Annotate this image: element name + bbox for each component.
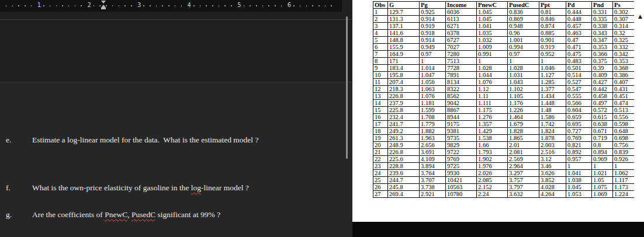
table-cell: 3.12 (539, 156, 566, 163)
table-cell: 1.063 (420, 86, 446, 93)
table-cell: 1.045 (477, 9, 508, 16)
table-cell: 0.918 (420, 30, 446, 37)
table-cell: 0.957 (566, 156, 592, 163)
table-header-cell: Pg (420, 2, 446, 9)
table-row: 16232.41.70889441.2761.4641.5860.6590.61… (373, 114, 635, 121)
table-cell: 1.173 (613, 184, 635, 191)
table-cell: 129.7 (388, 9, 420, 16)
table-row: 3137.10.91962711.0410.9480.8740.4570.338… (373, 23, 635, 30)
scrollbar-thumb[interactable] (346, 16, 348, 159)
first-line-indent-icon[interactable] (101, 1, 106, 4)
table-cell: 21 (373, 149, 388, 156)
table-cell: 1.111 (477, 100, 508, 107)
table-cell: 0.991 (477, 51, 508, 58)
table-cell: 1.031 (508, 72, 539, 79)
ruler-number: 1 (36, 2, 43, 8)
table-cell: 1.075 (592, 184, 613, 191)
table-row: 13226.81.07685621.111.1051.4340.5550.458… (373, 93, 635, 100)
table-cell: 0.97 (508, 51, 539, 58)
table-cell: 1.448 (539, 100, 566, 107)
table-cell: 1.878 (539, 135, 566, 142)
table-cell: 1.05 (592, 177, 613, 184)
table-cell: 9042 (446, 100, 477, 107)
table-row: 4141.60.91863781.0350.960.8850.4630.3430… (373, 30, 635, 37)
table-cell: 0.846 (539, 16, 566, 23)
table-cell: 6727 (446, 37, 477, 44)
indent-marker-icon[interactable] (101, 1, 106, 11)
table-cell: 148.8 (388, 37, 420, 44)
gasoline-data-table: ObsGPgIncomePnewCPusedCPptPdPndPs 1129.7… (373, 1, 635, 198)
table-cell: 0.471 (566, 44, 592, 51)
table-cell: 1.464 (508, 114, 539, 121)
table-cell: 0.572 (592, 107, 613, 114)
table-cell: 3.297 (508, 170, 539, 177)
table-cell: 248.9 (388, 142, 420, 149)
table-cell: 3 (373, 23, 388, 30)
table-cell: 1.882 (420, 128, 446, 135)
table-cell: 2.24 (477, 191, 508, 198)
table-cell: 0.8 (592, 142, 613, 149)
table-cell: 2.152 (477, 184, 508, 191)
table-cell: 1.076 (477, 79, 508, 86)
table-cell: 155.9 (388, 44, 420, 51)
list-item-label: f. (6, 183, 32, 193)
table-cell: 0.353 (613, 58, 635, 65)
table-cell: 1 (613, 163, 635, 170)
scroll-up-arrow[interactable]: ▲ (638, 13, 642, 19)
table-cell: 1.976 (477, 163, 508, 170)
table-cell: 5 (373, 37, 388, 44)
table-cell: 0.926 (613, 156, 635, 163)
table-cell: 8322 (446, 86, 477, 93)
list-item-text: Are the coefficients of PnewC, PusedC si… (32, 210, 220, 219)
table-cell: 2.026 (477, 170, 508, 177)
table-cell: 1.053 (566, 191, 592, 198)
table-cell: 1.041 (566, 170, 592, 177)
table-cell: 0.513 (613, 107, 635, 114)
table-cell: 1 (566, 163, 592, 170)
table-cell: 0.81 (539, 9, 566, 16)
table-cell: 11 (373, 79, 388, 86)
table-head-row: ObsGPgIncomePnewCPusedCPptPdPndPs (373, 2, 635, 9)
table-row: 24239.63.76499302.0263.2973.6261.0411.02… (373, 170, 635, 177)
table-cell: 249.2 (388, 128, 420, 135)
table-cell: 20 (373, 142, 388, 149)
table-cell: 6378 (446, 30, 477, 37)
table-cell: 1.105 (508, 93, 539, 100)
table-cell: 0.914 (420, 37, 446, 44)
table-row: 19261.31.96397351.5381.8651.8780.7690.71… (373, 135, 635, 142)
table-cell: 1.285 (539, 79, 566, 86)
table-cell: 0.836 (508, 9, 539, 16)
table-cell: 16 (373, 114, 388, 121)
table-cell: 0.325 (613, 37, 635, 44)
table-cell: 0.527 (566, 79, 592, 86)
table-cell: 3.764 (420, 170, 446, 177)
table-cell: 1.038 (566, 177, 592, 184)
table-cell: 0.368 (613, 65, 635, 72)
table-cell: 0.914 (420, 16, 446, 23)
document-scrollbar[interactable] (345, 16, 348, 159)
table-cell: 0.497 (592, 100, 613, 107)
table-cell: 0.338 (592, 23, 613, 30)
table-cell: 1.865 (508, 135, 539, 142)
table-cell: 1.175 (477, 107, 508, 114)
table-cell: 8134 (446, 79, 477, 86)
table-cell: 1.014 (420, 65, 446, 72)
table-cell: 2.921 (420, 191, 446, 198)
table-cell: 232.4 (388, 114, 420, 121)
table-cell: 9930 (446, 170, 477, 177)
table-row: 7164.90.9772800.9910.970.9520.4750.3660.… (373, 51, 635, 58)
table-row: 20248.92.65698291.662.012.0030.8210.80.7… (373, 142, 635, 149)
table-cell: 1.044 (477, 72, 508, 79)
table-cell: 1.963 (420, 135, 446, 142)
text-run: What is the own-price elasticity of gaso… (32, 183, 191, 192)
table-cell: 0.407 (613, 79, 635, 86)
data-table-pane: ObsGPgIncomePnewCPusedCPptPdPndPs 1129.7… (352, 0, 644, 237)
table-cell: 2.081 (508, 149, 539, 156)
table-cell: 2.569 (508, 156, 539, 163)
table-cell: 0.451 (613, 93, 635, 100)
left-indent-icon[interactable] (101, 8, 106, 9)
table-cell: 0.444 (566, 9, 592, 16)
list-item-text: What is the own-price elasticity of gaso… (32, 183, 249, 193)
table-cell: 0.332 (613, 44, 635, 51)
table-scrollbar[interactable]: ▲ (634, 0, 644, 222)
